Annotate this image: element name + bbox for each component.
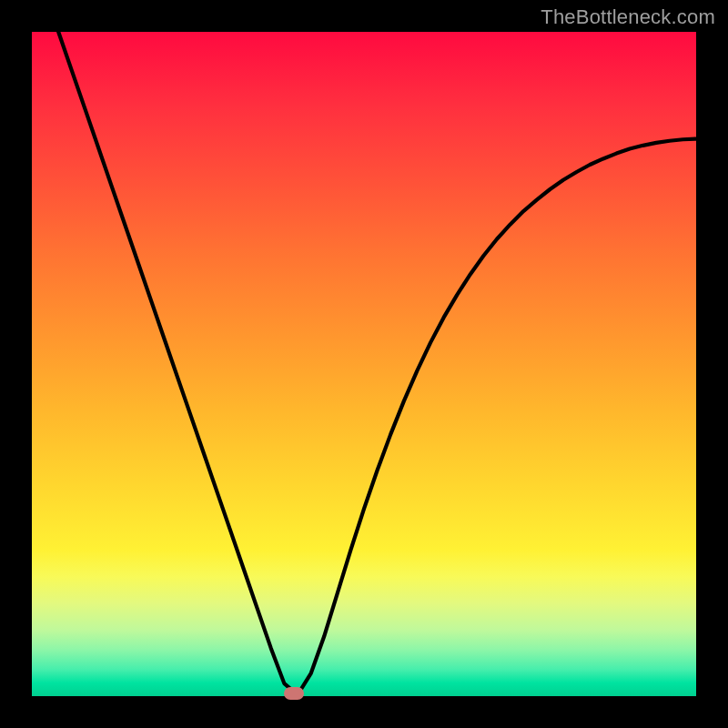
plot-area (32, 32, 696, 696)
bottleneck-curve (58, 32, 696, 695)
chart-frame: TheBottleneck.com (0, 0, 728, 728)
watermark-text: TheBottleneck.com (541, 5, 715, 29)
curve-layer (32, 32, 696, 696)
minimum-marker (284, 687, 304, 700)
